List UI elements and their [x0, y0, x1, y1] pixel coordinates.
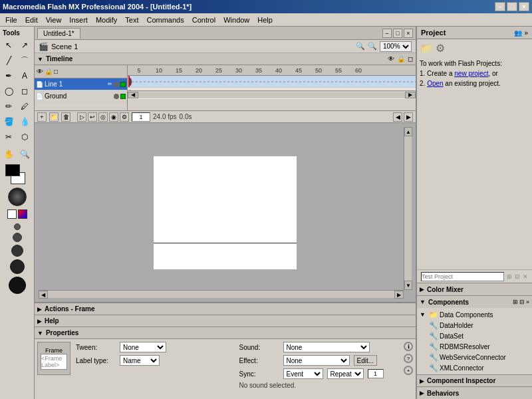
menu-view[interactable]: View: [42, 15, 66, 25]
minimize-button[interactable]: –: [495, 2, 505, 11]
component-inspector-bar[interactable]: ▶ Component Inspector: [417, 374, 532, 386]
project-expand[interactable]: »: [524, 29, 528, 37]
tool-eraser[interactable]: ⬡: [17, 130, 32, 144]
doc-min-button[interactable]: –: [382, 29, 392, 38]
add-folder-btn[interactable]: 📁: [49, 112, 59, 122]
onion-btn[interactable]: ◎: [98, 112, 108, 122]
tool-text[interactable]: A: [17, 68, 32, 83]
tool-ink[interactable]: 💧: [17, 114, 32, 129]
comp-icon1[interactable]: ⊞: [513, 299, 518, 305]
tool-oval[interactable]: ◯: [1, 84, 16, 98]
frame-row-line1[interactable]: [128, 76, 416, 88]
tool-opt-1[interactable]: [14, 223, 21, 230]
effect-select[interactable]: None: [283, 355, 350, 366]
vscroll-up[interactable]: ▲: [404, 127, 412, 136]
label-type-select[interactable]: Name: [120, 355, 160, 366]
menu-edit[interactable]: Edit: [21, 15, 42, 25]
doc-tab-untitled[interactable]: Untitled-1*: [37, 28, 80, 39]
tool-fill[interactable]: 🪣: [1, 114, 16, 129]
props-icon2[interactable]: ?: [404, 354, 413, 363]
menu-text[interactable]: Text: [121, 15, 142, 25]
xmlconnector-item[interactable]: 🔧 XMLConnector: [429, 362, 529, 373]
swap-color-btn[interactable]: [18, 209, 27, 219]
timeline-icon3[interactable]: ◻: [408, 55, 413, 63]
tool-opt-4[interactable]: [10, 259, 25, 274]
maximize-button[interactable]: □: [507, 2, 517, 11]
test-icon3[interactable]: ✕: [523, 273, 528, 280]
tool-pencil[interactable]: ✏: [1, 99, 16, 114]
repeat-select[interactable]: Repeat Loop: [327, 368, 364, 379]
tool-zoom[interactable]: 🔍: [17, 147, 32, 162]
menu-file[interactable]: File: [1, 15, 21, 25]
test-project-input[interactable]: [421, 272, 504, 281]
layer-row-line1[interactable]: 📄 Line 1 ✏: [35, 78, 127, 90]
edit-button[interactable]: Edit...: [354, 355, 378, 366]
behaviors-header[interactable]: ▶ Behaviors: [417, 387, 532, 399]
play-btn[interactable]: ▷: [77, 112, 86, 122]
hscroll-left[interactable]: ◀: [128, 92, 138, 98]
help-panel-bar[interactable]: ▶ Help: [35, 315, 416, 327]
data-components-folder[interactable]: ▼ 📁 Data Components: [420, 309, 529, 320]
project-icon-people[interactable]: 👥: [514, 29, 522, 37]
tool-lasso[interactable]: ⌒: [17, 53, 32, 68]
timeline-hscrollbar[interactable]: ◀ ▶: [128, 90, 416, 98]
zoom-select[interactable]: 100% 50% 200%: [380, 41, 412, 52]
tool-brush[interactable]: 🖊: [17, 99, 32, 114]
stage-vscrollbar[interactable]: ▲ ▼: [404, 127, 412, 290]
tool-opt-5[interactable]: [9, 277, 26, 294]
tool-arrow[interactable]: ↖: [1, 38, 16, 53]
tool-pen[interactable]: ✒: [1, 68, 16, 83]
menu-help[interactable]: Help: [253, 15, 277, 25]
layer-row-ground[interactable]: 📄 Ground: [35, 90, 127, 102]
props-icon1[interactable]: ℹ: [404, 342, 413, 351]
menu-control[interactable]: Control: [188, 15, 219, 25]
add-layer-btn[interactable]: +: [37, 112, 47, 122]
stage[interactable]: [154, 156, 297, 269]
tool-opt-2[interactable]: [13, 233, 22, 242]
onion2-btn[interactable]: ◉: [109, 112, 118, 122]
layers-icon2[interactable]: 🔒: [45, 68, 53, 75]
del-layer-btn[interactable]: 🗑: [61, 112, 70, 122]
menu-modify[interactable]: Modify: [92, 15, 121, 25]
timeline-icon1[interactable]: 👁: [388, 55, 394, 63]
sync-select[interactable]: Event Start Stop Stream: [283, 368, 323, 379]
timeline-collapse-arrow[interactable]: ▼: [37, 56, 43, 63]
test-icon1[interactable]: ⊞: [507, 273, 512, 280]
sound-select[interactable]: None: [283, 342, 370, 352]
project-open-link[interactable]: Open: [427, 80, 443, 87]
tl-btn-left[interactable]: ◀: [393, 112, 402, 122]
color-foreground[interactable]: [5, 164, 20, 176]
tool-eyedropper[interactable]: ✂: [1, 130, 16, 144]
loop-btn[interactable]: ↩: [88, 112, 97, 122]
dataholder-item[interactable]: 🔧 DataHolder: [429, 320, 529, 331]
doc-close-button[interactable]: ×: [404, 29, 413, 38]
tool-line[interactable]: ╱: [1, 53, 16, 68]
doc-max-button[interactable]: □: [393, 29, 402, 38]
no-color-btn[interactable]: [7, 209, 17, 219]
close-button[interactable]: ×: [519, 2, 529, 11]
hscroll-stage-right[interactable]: ▶: [394, 291, 404, 299]
menu-insert[interactable]: Insert: [65, 15, 92, 25]
layers-icon3[interactable]: □: [54, 68, 58, 75]
tool-hand[interactable]: ✋: [1, 147, 16, 162]
settings-btn[interactable]: ⚙: [120, 112, 129, 122]
props-icon3[interactable]: +: [404, 366, 413, 375]
layers-icon1[interactable]: 👁: [37, 68, 43, 75]
webservice-item[interactable]: 🔧 WebServiceConnector: [429, 352, 529, 362]
tween-select[interactable]: None Motion Shape: [120, 342, 166, 352]
color-mixer-header[interactable]: ▶ Color Mixer: [417, 283, 532, 295]
properties-panel-bar[interactable]: ▼ Properties: [35, 327, 416, 339]
repeat-count[interactable]: [368, 369, 384, 378]
tl-btn-right[interactable]: ▶: [404, 112, 413, 122]
stage-hscrollbar[interactable]: ◀ ▶: [39, 290, 404, 298]
vscroll-down[interactable]: ▼: [404, 281, 412, 290]
menu-commands[interactable]: Commands: [142, 15, 188, 25]
hscroll-stage-left[interactable]: ◀: [39, 291, 48, 299]
menu-window[interactable]: Window: [219, 15, 253, 25]
tool-subselect[interactable]: ↗: [17, 38, 32, 53]
current-frame-input[interactable]: [132, 112, 150, 122]
tool-rect[interactable]: ◻: [17, 84, 32, 98]
comp-icon3[interactable]: »: [526, 299, 529, 305]
rdbms-item[interactable]: 🔧 RDBMSResolver: [429, 341, 529, 352]
dataset-item[interactable]: 🔧 DataSet: [429, 331, 529, 341]
